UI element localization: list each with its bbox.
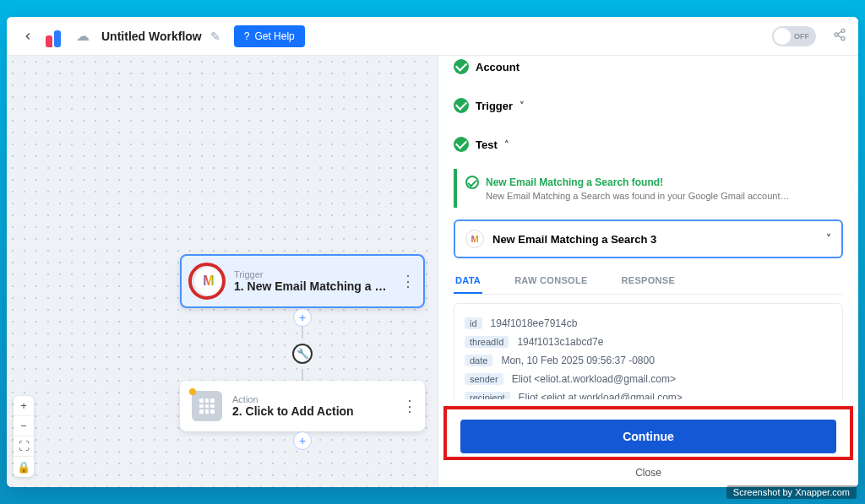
section-account[interactable]: Account (454, 56, 843, 86)
get-help-button[interactable]: ? Get Help (234, 25, 305, 47)
watermark: Screenshot by Xnapper.com (726, 485, 857, 499)
section-trigger[interactable]: Trigger ˅ (454, 86, 843, 125)
toggle-knob (774, 28, 791, 45)
tab-data[interactable]: DATA (454, 268, 482, 294)
data-value: Mon, 10 Feb 2025 09:56:37 -0800 (501, 355, 654, 366)
cloud-icon: ☁ (76, 28, 90, 44)
node-group: Trigger 1. New Email Matching a … ⋮ + 🔧 (180, 254, 425, 450)
tab-response[interactable]: RESPONSE (620, 268, 677, 294)
panel-body[interactable]: Account Trigger ˅ Test ˄ New Email Match… (438, 56, 858, 399)
data-key: sender (465, 373, 503, 385)
callout-title: New Email Matching a Search found! (486, 176, 663, 188)
callout-subtitle: New Email Matching a Search was found in… (486, 191, 835, 201)
section-label: Test (476, 138, 498, 151)
check-outline-icon (465, 176, 479, 189)
zoom-out-button[interactable]: − (14, 416, 34, 436)
app-window: ☁ Untitled Workflow ✎ ? Get Help OFF ↖ (7, 17, 858, 487)
card-menu-icon[interactable]: ⋮ (402, 397, 416, 415)
data-row: dateMon, 10 Feb 2025 09:56:37 -0800 (465, 351, 832, 370)
connector (302, 369, 303, 381)
wrench-node[interactable]: 🔧 (292, 344, 313, 364)
toggle-label: OFF (794, 32, 809, 41)
data-key: date (465, 355, 492, 366)
data-row: senderEliot <eliot.at.workload@gmail.com… (465, 370, 832, 388)
back-button[interactable] (19, 27, 37, 46)
top-header: ☁ Untitled Workflow ✎ ? Get Help OFF (7, 17, 858, 56)
svg-point-2 (841, 36, 845, 40)
action-card-text: Action 2. Click to Add Action (232, 394, 354, 418)
check-icon (454, 98, 469, 113)
workflow-canvas[interactable]: ↖ Trigger 1. New Email Matching a … ⋮ + (7, 56, 438, 487)
data-row: threadId194f1013c1abcd7e (465, 333, 832, 351)
action-subtitle: Action (232, 394, 354, 404)
svg-line-4 (838, 31, 842, 34)
gmail-icon (465, 230, 484, 248)
result-name: New Email Matching a Search 3 (492, 233, 656, 246)
action-card[interactable]: Action 2. Click to Add Action ⋮ (180, 381, 425, 431)
data-row: id194f1018ee7914cb (465, 314, 832, 333)
add-step-button[interactable]: + (293, 308, 312, 327)
tab-raw-console[interactable]: RAW CONSOLE (513, 268, 589, 294)
data-row: recipientEliot <eliot.at.workload@gmail.… (465, 388, 832, 399)
get-help-label: Get Help (254, 30, 294, 42)
main-area: ↖ Trigger 1. New Email Matching a … ⋮ + (7, 56, 858, 487)
help-icon: ? (244, 30, 250, 42)
section-test[interactable]: Test ˄ (454, 125, 843, 164)
trigger-subtitle: Trigger (234, 269, 387, 279)
action-placeholder-icon (192, 391, 222, 421)
data-value: 194f1013c1abcd7e (517, 336, 603, 348)
data-key: id (465, 317, 482, 329)
data-value: Eliot <eliot.at.workload@gmail.com> (519, 392, 683, 399)
lock-button[interactable]: 🔒 (14, 457, 34, 477)
result-tabs: DATA RAW CONSOLE RESPONSE (454, 268, 843, 295)
fit-button[interactable]: ⛶ (14, 436, 34, 457)
svg-point-0 (841, 29, 845, 32)
trigger-title: 1. New Email Matching a … (234, 279, 387, 293)
data-value: 194f1018ee7914cb (491, 317, 578, 329)
close-link[interactable]: Close (438, 460, 858, 487)
check-icon (454, 137, 469, 152)
data-box[interactable]: id194f1018ee7914cbthreadId194f1013c1abcd… (454, 303, 843, 399)
chevron-down-icon: ˅ (826, 233, 831, 245)
enable-toggle[interactable]: OFF (772, 26, 816, 46)
zoom-controls: + − ⛶ 🔒 (14, 396, 34, 477)
trigger-card[interactable]: Trigger 1. New Email Matching a … ⋮ (180, 254, 425, 308)
chevron-up-icon: ˄ (504, 139, 509, 150)
check-icon (454, 59, 469, 74)
share-icon[interactable] (833, 28, 846, 45)
data-key: threadId (465, 336, 509, 348)
svg-point-1 (835, 33, 838, 36)
section-label: Account (476, 61, 520, 73)
connector (302, 327, 303, 339)
chevron-down-icon: ˅ (520, 100, 525, 111)
continue-highlight: Continue (443, 406, 853, 460)
success-callout: New Email Matching a Search found! New E… (454, 169, 843, 208)
workload-logo (46, 25, 68, 47)
card-menu-icon[interactable]: ⋮ (400, 272, 415, 290)
section-label: Trigger (476, 100, 513, 112)
highlight-annotation (188, 263, 226, 300)
result-dropdown[interactable]: New Email Matching a Search 3 ˅ (454, 219, 843, 258)
edit-title-icon[interactable]: ✎ (210, 30, 220, 43)
data-key: recipient (465, 392, 510, 399)
trigger-card-text: Trigger 1. New Email Matching a … (234, 269, 387, 293)
continue-button[interactable]: Continue (460, 420, 836, 453)
svg-line-3 (838, 35, 842, 38)
add-step-button[interactable]: + (293, 431, 312, 450)
data-value: Eliot <eliot.at.workload@gmail.com> (512, 373, 676, 385)
zoom-in-button[interactable]: + (14, 396, 34, 416)
workflow-title[interactable]: Untitled Workflow (101, 30, 202, 43)
action-title: 2. Click to Add Action (232, 404, 354, 418)
side-panel: Account Trigger ˅ Test ˄ New Email Match… (438, 56, 858, 487)
